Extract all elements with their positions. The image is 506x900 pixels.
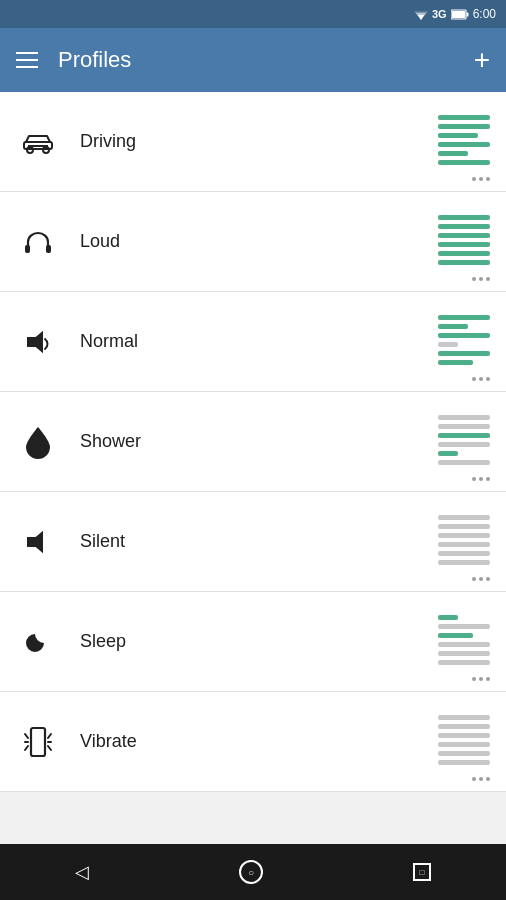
- profile-bars-loud: [410, 215, 490, 269]
- status-bar: 3G 6:00: [0, 0, 506, 28]
- more-options-sleep[interactable]: [472, 677, 490, 681]
- network-type: 3G: [432, 8, 447, 20]
- profile-list: Driving Loud Normal Shower Silent Sleep …: [0, 92, 506, 792]
- more-options-normal[interactable]: [472, 377, 490, 381]
- more-options-loud[interactable]: [472, 277, 490, 281]
- svg-marker-11: [28, 333, 42, 351]
- profile-item-normal[interactable]: Normal: [0, 292, 506, 392]
- add-profile-button[interactable]: +: [474, 46, 490, 74]
- time-display: 6:00: [473, 7, 496, 21]
- page-title: Profiles: [58, 47, 131, 73]
- profile-name-normal: Normal: [60, 331, 410, 352]
- profile-item-vibrate[interactable]: Vibrate: [0, 692, 506, 792]
- headphones-icon: [16, 220, 60, 264]
- svg-rect-5: [466, 12, 468, 16]
- profile-bars-sleep: [410, 615, 490, 669]
- profile-bars-normal: [410, 315, 490, 369]
- profile-item-sleep[interactable]: Sleep: [0, 592, 506, 692]
- profile-name-silent: Silent: [60, 531, 410, 552]
- volume-icon: [16, 320, 60, 364]
- profile-item-loud[interactable]: Loud: [0, 192, 506, 292]
- profile-bars-silent: [410, 515, 490, 569]
- battery-icon: [451, 9, 469, 20]
- app-bar: Profiles +: [0, 28, 506, 92]
- app-bar-left: Profiles: [16, 47, 131, 73]
- more-options-shower[interactable]: [472, 477, 490, 481]
- more-options-driving[interactable]: [472, 177, 490, 181]
- svg-rect-9: [25, 245, 30, 253]
- svg-line-19: [48, 746, 51, 750]
- moon-icon: [16, 620, 60, 664]
- svg-line-16: [25, 746, 28, 750]
- status-icons: 3G 6:00: [414, 7, 496, 21]
- profile-bars-driving: [410, 115, 490, 169]
- profile-name-vibrate: Vibrate: [60, 731, 410, 752]
- svg-rect-13: [31, 728, 45, 756]
- svg-line-14: [25, 734, 28, 738]
- menu-button[interactable]: [16, 52, 38, 68]
- svg-marker-12: [28, 533, 42, 551]
- profile-item-shower[interactable]: Shower: [0, 392, 506, 492]
- volume-off-icon: [16, 520, 60, 564]
- home-button[interactable]: ○: [239, 860, 263, 884]
- profile-item-silent[interactable]: Silent: [0, 492, 506, 592]
- profile-bars-shower: [410, 415, 490, 469]
- recent-button[interactable]: □: [413, 863, 431, 881]
- more-options-silent[interactable]: [472, 577, 490, 581]
- profile-name-driving: Driving: [60, 131, 410, 152]
- drop-icon: [16, 420, 60, 464]
- profile-name-sleep: Sleep: [60, 631, 410, 652]
- wifi-icon: [414, 8, 428, 20]
- navigation-bar: ◁ ○ □: [0, 844, 506, 900]
- svg-rect-10: [46, 245, 51, 253]
- svg-rect-4: [452, 11, 465, 18]
- phone-vibrate-icon: [16, 720, 60, 764]
- profile-name-loud: Loud: [60, 231, 410, 252]
- back-button[interactable]: ◁: [75, 861, 89, 883]
- profile-bars-vibrate: [410, 715, 490, 769]
- car-icon: [16, 120, 60, 164]
- more-options-vibrate[interactable]: [472, 777, 490, 781]
- profile-name-shower: Shower: [60, 431, 410, 452]
- profile-item-driving[interactable]: Driving: [0, 92, 506, 192]
- svg-marker-2: [418, 15, 424, 20]
- svg-line-17: [48, 734, 51, 738]
